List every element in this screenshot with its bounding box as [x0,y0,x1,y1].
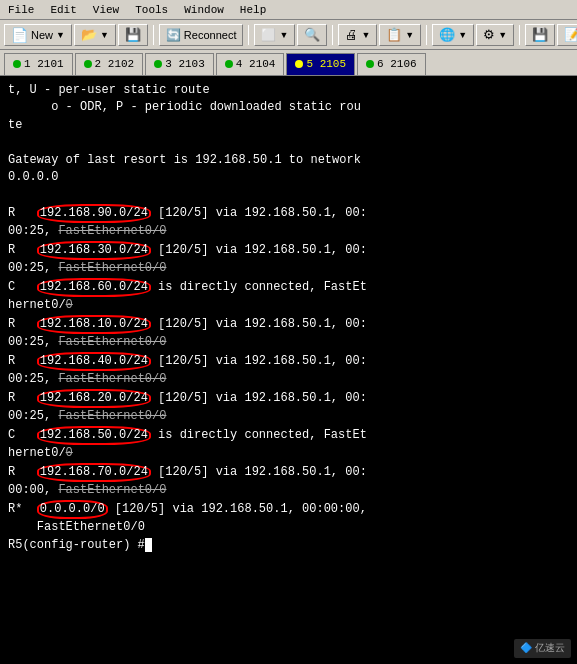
new-button[interactable]: 📄 New ▼ [4,24,72,46]
save2-icon: 💾 [532,27,548,42]
tab-label-3: 3 2103 [165,58,205,70]
menu-edit[interactable]: Edit [46,3,80,17]
globe-dropdown-icon: ▼ [458,30,467,40]
dropdown-arrow-icon: ▼ [56,30,65,40]
tab-label-5: 5 2105 [306,58,346,70]
settings-button[interactable]: ⚙ ▼ [476,24,514,46]
tab-label-1: 1 2101 [24,58,64,70]
terminal-output: t, U - per-user static route o - ODR, P … [8,82,569,554]
save-button[interactable]: 💾 [118,24,148,46]
open-button[interactable]: 📂 ▼ [74,24,116,46]
find-icon: 🔍 [304,27,320,42]
open-dropdown-icon: ▼ [100,30,109,40]
globe-icon: 🌐 [439,27,455,42]
separator-3 [332,25,333,45]
tab-dot-6 [366,60,374,68]
toolbar: 📄 New ▼ 📂 ▼ 💾 🔄 Reconnect ⬜ ▼ 🔍 🖨 ▼ 📋 ▼ … [0,20,577,50]
print-button[interactable]: 🖨 ▼ [338,24,377,46]
tab-dot-2 [84,60,92,68]
menu-bar: File Edit View Tools Window Help [0,0,577,20]
log-icon: 📝 [564,27,577,42]
save-icon: 💾 [125,27,141,42]
menu-view[interactable]: View [89,3,123,17]
print-dropdown-icon: ▼ [361,30,370,40]
tab-label-4: 4 2104 [236,58,276,70]
watermark: 🔷 亿速云 [514,639,571,658]
menu-help[interactable]: Help [236,3,270,17]
select-button[interactable]: ⬜ ▼ [254,24,295,46]
save2-button[interactable]: 💾 [525,24,555,46]
tab-dot-3 [154,60,162,68]
settings-icon: ⚙ [483,27,495,42]
watermark-icon: 🔷 [520,641,532,656]
select-icon: ⬜ [261,28,276,42]
copy-icon: 📋 [386,27,402,42]
tab-dot-1 [13,60,21,68]
new-icon: 📄 [11,27,28,43]
tab-label-6: 6 2106 [377,58,417,70]
copy-dropdown-icon: ▼ [405,30,414,40]
reconnect-icon: 🔄 [166,28,181,42]
terminal[interactable]: t, U - per-user static route o - ODR, P … [0,76,577,664]
menu-window[interactable]: Window [180,3,228,17]
log-button[interactable]: 📝 [557,24,577,46]
tab-2104[interactable]: 4 2104 [216,53,285,75]
tab-2106[interactable]: 6 2106 [357,53,426,75]
tab-2105[interactable]: 5 2105 [286,53,355,75]
new-label: New [31,29,53,41]
tab-2103[interactable]: 3 2103 [145,53,214,75]
separator-2 [248,25,249,45]
settings-dropdown-icon: ▼ [498,30,507,40]
tab-dot-5 [295,60,303,68]
globe-button[interactable]: 🌐 ▼ [432,24,474,46]
tab-dot-4 [225,60,233,68]
separator-4 [426,25,427,45]
separator-5 [519,25,520,45]
menu-file[interactable]: File [4,3,38,17]
watermark-text: 亿速云 [535,641,565,656]
select-dropdown-icon: ▼ [279,30,288,40]
folder-icon: 📂 [81,27,97,42]
print-icon: 🖨 [345,27,358,42]
tab-2102[interactable]: 2 2102 [75,53,144,75]
find-button[interactable]: 🔍 [297,24,327,46]
separator-1 [153,25,154,45]
tab-label-2: 2 2102 [95,58,135,70]
reconnect-button[interactable]: 🔄 Reconnect [159,24,244,46]
tab-2101[interactable]: 1 2101 [4,53,73,75]
menu-tools[interactable]: Tools [131,3,172,17]
tabs-row: 1 2101 2 2102 3 2103 4 2104 5 2105 6 210… [0,50,577,76]
reconnect-label: Reconnect [184,29,237,41]
copy-button[interactable]: 📋 ▼ [379,24,421,46]
